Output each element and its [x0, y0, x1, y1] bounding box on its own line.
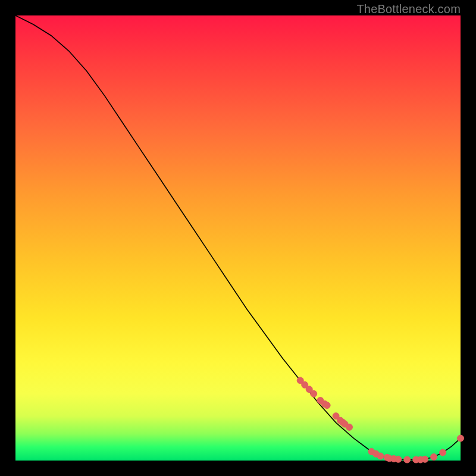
data-point: [324, 402, 330, 409]
data-point: [404, 456, 411, 463]
data-point: [395, 456, 402, 462]
chart-frame: TheBottleneck.com: [0, 0, 476, 476]
data-point: [431, 454, 437, 461]
data-point: [346, 424, 353, 430]
data-point: [311, 390, 317, 397]
bottleneck-curve: [15, 15, 461, 460]
chart-overlay: [15, 15, 461, 461]
data-point: [377, 453, 384, 459]
data-point: [440, 449, 446, 456]
data-point: [458, 435, 464, 441]
attribution-label: TheBottleneck.com: [356, 2, 461, 16]
highlight-points: [297, 377, 464, 463]
data-point: [422, 456, 428, 462]
